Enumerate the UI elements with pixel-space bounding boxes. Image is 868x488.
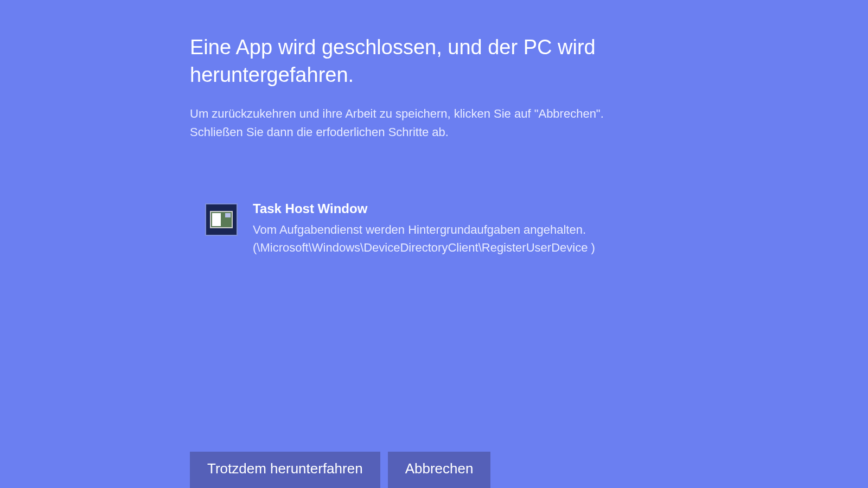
force-shutdown-button[interactable]: Trotzdem herunterfahren xyxy=(190,452,380,488)
blocking-app-item: Task Host Window Vom Aufgabendienst werd… xyxy=(190,201,814,256)
instruction-line-2: Schließen Sie dann die erfoderlichen Sch… xyxy=(190,123,705,142)
app-name: Task Host Window xyxy=(253,201,814,216)
shutdown-dialog: Eine App wird geschlossen, und der PC wi… xyxy=(0,0,868,256)
cancel-button[interactable]: Abbrechen xyxy=(388,452,491,488)
instruction-line-1: Um zurückzukehren und ihre Arbeit zu spe… xyxy=(190,105,705,123)
blocking-apps-list: Task Host Window Vom Aufgabendienst werd… xyxy=(190,201,814,256)
app-text-block: Task Host Window Vom Aufgabendienst werd… xyxy=(253,201,814,256)
action-button-bar: Trotzdem herunterfahren Abbrechen xyxy=(190,452,490,488)
app-task-path: (\Microsoft\Windows\DeviceDirectoryClien… xyxy=(253,239,814,256)
dialog-heading: Eine App wird geschlossen, und der PC wi… xyxy=(190,34,678,89)
dialog-instruction: Um zurückzukehren und ihre Arbeit zu spe… xyxy=(190,105,705,142)
task-host-window-icon xyxy=(205,203,238,236)
app-description: Vom Aufgabendienst werden Hintergrundauf… xyxy=(253,221,814,239)
